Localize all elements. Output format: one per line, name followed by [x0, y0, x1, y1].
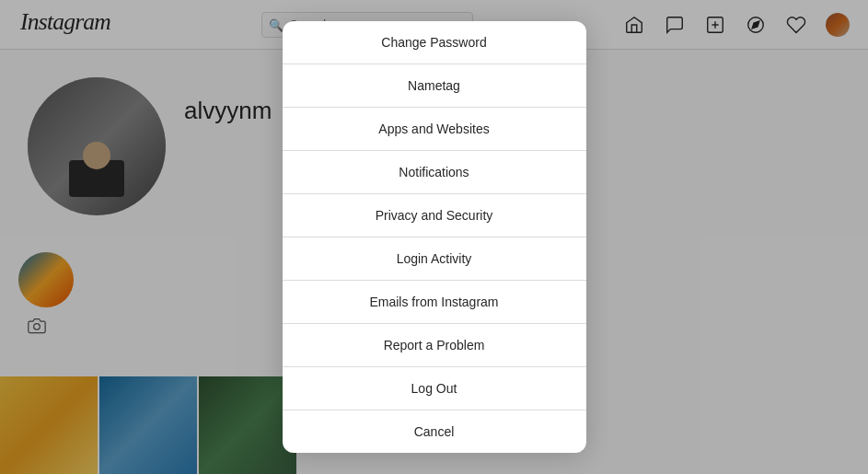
modal-item-nametag[interactable]: Nametag: [283, 64, 586, 108]
modal-item-emails-instagram[interactable]: Emails from Instagram: [283, 281, 586, 324]
modal-item-report-problem[interactable]: Report a Problem: [283, 324, 586, 367]
modal-item-change-password[interactable]: Change Password: [283, 21, 586, 64]
modal-item-cancel[interactable]: Cancel: [283, 410, 586, 453]
settings-modal: Change PasswordNametagApps and WebsitesN…: [283, 21, 586, 453]
modal-item-privacy-security[interactable]: Privacy and Security: [283, 194, 586, 237]
modal-item-notifications[interactable]: Notifications: [283, 151, 586, 194]
modal-item-log-out[interactable]: Log Out: [283, 367, 586, 410]
modal-overlay[interactable]: Change PasswordNametagApps and WebsitesN…: [0, 0, 868, 474]
modal-item-apps-websites[interactable]: Apps and Websites: [283, 108, 586, 151]
modal-item-login-activity[interactable]: Login Activity: [283, 237, 586, 281]
